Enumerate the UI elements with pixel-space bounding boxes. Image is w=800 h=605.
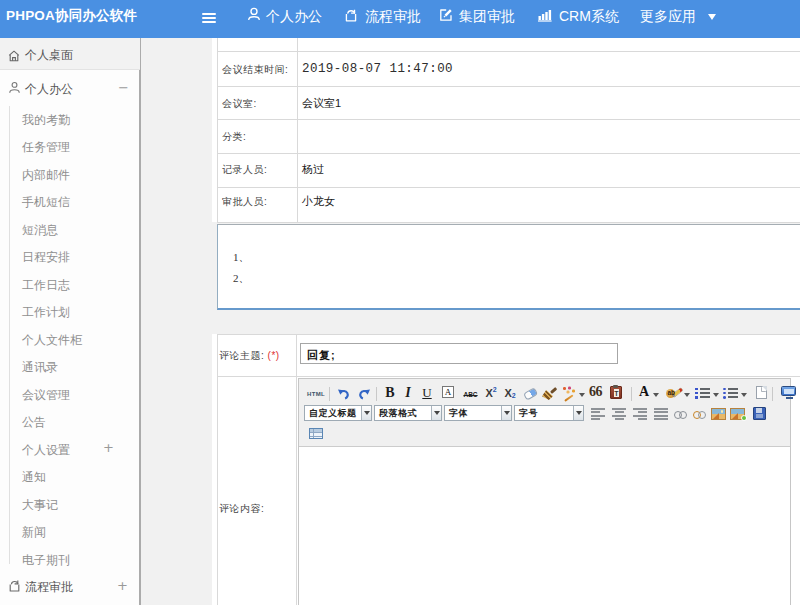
sidebar-item-desktop[interactable]: 个人桌面 [0, 38, 140, 70]
field-label: 审批人员: [222, 195, 267, 209]
align-left-icon[interactable] [591, 408, 605, 420]
field-label: 会议室: [222, 97, 257, 111]
align-justify-icon[interactable] [654, 408, 668, 420]
magic-wand-icon[interactable] [562, 386, 576, 400]
toolbar-separator [631, 387, 632, 401]
sidebar-item[interactable]: 短消息 [22, 222, 132, 239]
table-border [217, 376, 800, 377]
content-line: 1、 [233, 250, 250, 265]
sidebar-item[interactable]: 电子期刊 [22, 552, 132, 569]
underline-icon[interactable]: U [421, 384, 433, 401]
sidebar-item[interactable]: 任务管理 [22, 139, 132, 156]
select-arrow-icon[interactable] [501, 406, 511, 420]
unordered-list-icon[interactable] [723, 387, 738, 399]
editor-toolbar: HTML B I U A ABC X2 X2 66 A ab [299, 379, 790, 446]
italic-icon[interactable]: I [403, 384, 413, 401]
select-arrow-icon[interactable] [573, 406, 583, 420]
caret-down-icon [708, 14, 716, 20]
table-border [217, 119, 800, 120]
comment-content-label: 评论内容: [219, 502, 264, 516]
sidebar-item[interactable]: 通知 [22, 469, 132, 486]
topbar: PHPOA协同办公软件 个人办公 流程审批 集团审批 CRM系统 更多应用 [0, 0, 800, 38]
new-page-icon[interactable] [756, 386, 767, 399]
table-icon[interactable] [309, 428, 323, 439]
font-size-select[interactable]: 字号 [514, 405, 584, 421]
workflow-icon [343, 8, 359, 26]
align-center-icon[interactable] [612, 408, 626, 420]
sidebar-item[interactable]: 会议管理 [22, 387, 132, 404]
hamburger-menu-icon[interactable] [202, 13, 216, 25]
toolbar-separator [376, 387, 377, 401]
sidebar-item[interactable]: 公告 [22, 414, 132, 431]
subscript-icon[interactable]: X2 [502, 385, 518, 400]
select-arrow-icon[interactable] [361, 406, 371, 420]
select-value: 字体 [445, 407, 501, 420]
toolbar-separator [329, 387, 330, 401]
undo-icon[interactable] [336, 387, 350, 400]
rich-text-editor: HTML B I U A ABC X2 X2 66 A ab [298, 378, 791, 605]
content-line: 2、 [233, 271, 250, 286]
collapse-toggle[interactable]: − [118, 80, 129, 95]
superscript-icon[interactable]: X2 [483, 385, 499, 400]
comment-subject-input[interactable]: 回复; [300, 343, 618, 364]
html-source-button[interactable]: HTML [306, 388, 326, 400]
blockquote-icon[interactable]: 66 [588, 384, 603, 400]
image-icon[interactable] [711, 408, 726, 420]
sidebar-item[interactable]: 大事记 [22, 497, 132, 514]
table-border [217, 222, 800, 223]
font-color-icon[interactable]: A [638, 384, 650, 400]
link-icon[interactable] [674, 410, 685, 419]
expand-toggle-workflow[interactable]: + [117, 578, 128, 593]
wand-caret-icon[interactable] [579, 393, 585, 397]
font-family-select[interactable]: 字体 [444, 405, 512, 421]
field-label: 分类: [222, 130, 246, 144]
font-name-icon[interactable]: A [442, 386, 454, 398]
edit-square-icon [439, 8, 453, 25]
ordered-list-icon[interactable] [695, 387, 710, 399]
paragraph-format-select[interactable]: 段落格式 [374, 405, 442, 421]
sidebar-item[interactable]: 个人文件柜 [22, 332, 132, 349]
media-icon[interactable] [730, 408, 745, 420]
brush-icon[interactable] [542, 386, 557, 400]
sidebar-item[interactable]: 新闻 [22, 524, 132, 541]
bar-chart-icon [538, 9, 552, 25]
fullscreen-icon[interactable] [781, 386, 797, 399]
bold-icon[interactable]: B [384, 384, 396, 401]
app-title: PHPOA协同办公软件 [6, 7, 137, 25]
user-icon [247, 7, 261, 24]
heading-select[interactable]: 自定义标题 [304, 405, 372, 421]
sidebar-item[interactable]: 工作计划 [22, 304, 132, 321]
toolbar-separator [772, 387, 773, 401]
field-label: 记录人员: [222, 163, 267, 177]
eraser-icon[interactable] [523, 387, 538, 400]
unlink-icon[interactable] [693, 410, 704, 419]
editor-content-area[interactable] [299, 446, 790, 605]
redo-icon[interactable] [357, 387, 371, 400]
select-arrow-icon[interactable] [431, 406, 441, 420]
strikethrough-icon[interactable]: ABC [461, 388, 480, 400]
sidebar-item[interactable]: 手机短信 [22, 194, 132, 211]
unordered-list-caret-icon[interactable] [741, 393, 747, 397]
paste-text-icon[interactable] [610, 386, 622, 399]
field-label: 会议结束时间: [222, 63, 288, 77]
sidebar-item[interactable]: 日程安排 [22, 249, 132, 266]
expand-toggle-settings[interactable]: + [103, 440, 114, 455]
highlight-caret-icon[interactable] [684, 393, 690, 397]
select-value: 字号 [515, 407, 573, 420]
sidebar-item[interactable]: 工作日志 [22, 277, 132, 294]
table-border [217, 187, 800, 188]
highlight-pen-icon[interactable]: ab [666, 386, 682, 399]
workflow-icon [7, 579, 22, 596]
field-value: 小龙女 [302, 194, 335, 209]
sidebar-item[interactable]: 内部邮件 [22, 167, 132, 184]
sidebar-item[interactable]: 我的考勤 [22, 112, 132, 129]
field-value: 会议室1 [302, 96, 341, 111]
table-border [217, 38, 218, 222]
ordered-list-caret-icon[interactable] [713, 393, 719, 397]
sidebar-item[interactable]: 个人设置 [22, 442, 132, 459]
font-color-caret-icon[interactable] [653, 393, 659, 397]
align-right-icon[interactable] [633, 408, 647, 420]
sidebar-item[interactable]: 通讯录 [22, 359, 132, 376]
save-icon[interactable] [753, 407, 766, 420]
meeting-table-block [212, 38, 800, 222]
